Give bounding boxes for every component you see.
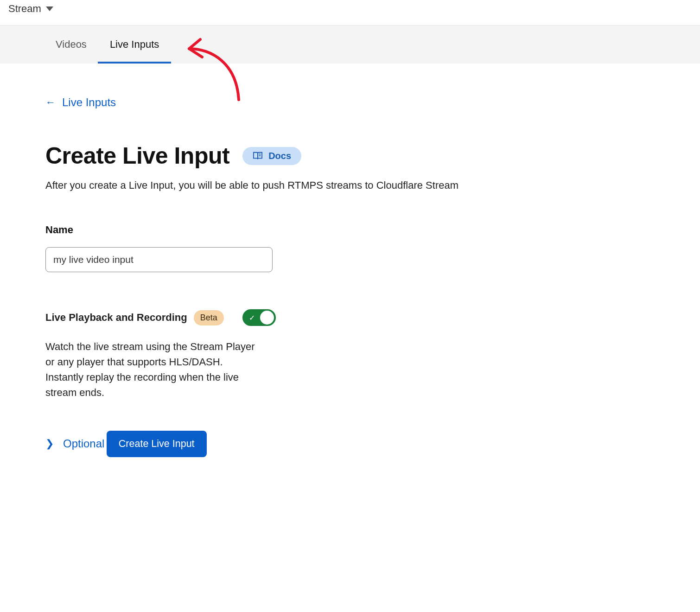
docs-button[interactable]: Docs xyxy=(242,147,301,165)
page-content: ← Live Inputs Create Live Input Docs Aft… xyxy=(0,64,556,457)
stream-dropdown-label: Stream xyxy=(8,3,41,15)
create-live-input-button[interactable]: Create Live Input xyxy=(107,431,207,457)
page-subtitle: After you create a Live Input, you will … xyxy=(45,179,556,191)
back-link-label: Live Inputs xyxy=(62,96,116,109)
title-row: Create Live Input Docs xyxy=(45,142,556,169)
check-icon: ✓ xyxy=(249,313,255,322)
playback-description: Watch the live stream using the Stream P… xyxy=(45,339,263,400)
name-input[interactable] xyxy=(45,247,273,272)
create-button-label: Create Live Input xyxy=(119,438,195,449)
name-label: Name xyxy=(45,224,556,236)
book-icon xyxy=(253,151,263,160)
playback-toggle[interactable]: ✓ xyxy=(242,309,276,326)
tab-strip: Videos Live Inputs xyxy=(0,25,700,64)
tab-videos-label: Videos xyxy=(56,38,87,50)
toggle-knob xyxy=(260,311,274,325)
beta-badge: Beta xyxy=(194,310,224,325)
tab-live-inputs-label: Live Inputs xyxy=(110,38,159,50)
chevron-right-icon: ❯ xyxy=(45,438,54,450)
stream-dropdown[interactable]: Stream xyxy=(8,3,53,15)
name-field: Name xyxy=(45,224,556,272)
playback-header: Live Playback and Recording Beta ✓ xyxy=(45,309,556,326)
optional-label: Optional xyxy=(63,437,104,450)
arrow-left-icon: ← xyxy=(45,97,56,108)
docs-label: Docs xyxy=(268,151,291,161)
caret-down-icon xyxy=(46,6,53,11)
page-title: Create Live Input xyxy=(45,142,229,169)
back-link[interactable]: ← Live Inputs xyxy=(45,96,116,109)
optional-expander[interactable]: ❯ Optional xyxy=(45,437,104,450)
tab-live-inputs[interactable]: Live Inputs xyxy=(110,26,159,64)
top-bar: Stream xyxy=(0,0,700,25)
playback-field: Live Playback and Recording Beta ✓ Watch… xyxy=(45,309,556,400)
playback-label: Live Playback and Recording xyxy=(45,312,187,324)
tab-videos[interactable]: Videos xyxy=(56,26,87,64)
